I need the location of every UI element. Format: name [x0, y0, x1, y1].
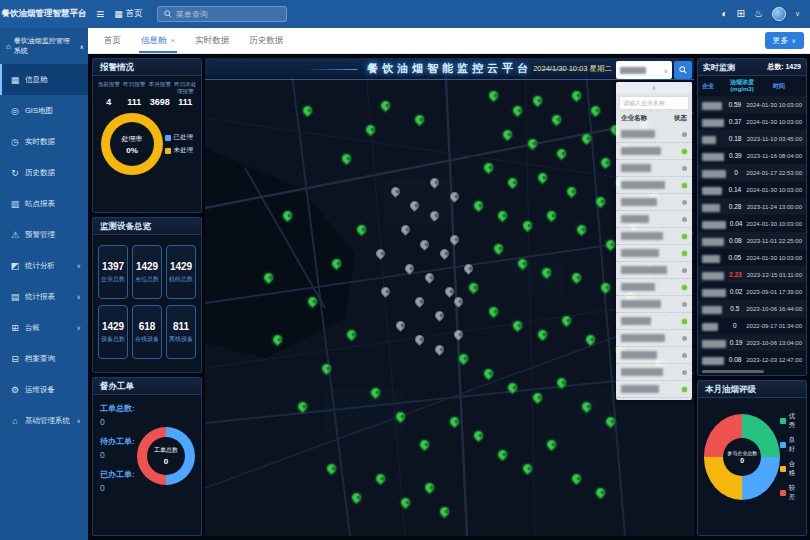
sidebar-item-7[interactable]: ◩统计分析∨	[0, 250, 88, 281]
tab-2[interactable]: 信息舱×	[131, 28, 185, 53]
nav-home[interactable]: ▦ 首页	[114, 8, 143, 20]
company-name-redacted	[621, 164, 651, 172]
menu-search-input[interactable]	[176, 10, 280, 19]
company-name-redacted	[702, 170, 726, 178]
home-icon: ⌂	[6, 42, 11, 51]
company-search-button[interactable]	[674, 61, 692, 79]
alarm-donut-label: 处理率	[122, 134, 143, 144]
alarm-panel-title: 报警情况	[93, 59, 201, 76]
company-list-item[interactable]	[616, 143, 692, 160]
chevron-up-icon: ∧	[80, 43, 84, 50]
company-list-item[interactable]	[616, 347, 692, 364]
status-dot	[682, 319, 687, 324]
company-list-item[interactable]	[616, 313, 692, 330]
realtime-row[interactable]: 0.042024-01-30 10:03:00	[698, 215, 806, 232]
more-button[interactable]: 更多 ∨	[765, 32, 804, 49]
company-list-item[interactable]	[616, 160, 692, 177]
legend-item: 优秀	[780, 412, 800, 430]
concentration-value: 0.19	[726, 339, 746, 346]
company-list-item[interactable]	[616, 296, 692, 313]
legend-item: 较差	[780, 484, 800, 502]
realtime-row[interactable]: 0.082023-11-01 22:25:00	[698, 232, 806, 249]
dropdown-collapse-button[interactable]: ∧	[616, 82, 692, 93]
sidebar-item-2[interactable]: ◎GIS地图	[0, 95, 88, 126]
sidebar-item-9[interactable]: ⊞台账∨	[0, 312, 88, 343]
sidebar-item-1[interactable]: ▦信息舱	[0, 64, 88, 95]
company-list-item[interactable]	[616, 245, 692, 262]
notification-icon[interactable]: ♨	[754, 9, 763, 19]
realtime-row[interactable]: 0.142024-01-30 10:03:00	[698, 181, 806, 198]
sidebar-item-4[interactable]: ↻历史数据	[0, 157, 88, 188]
reading-time: 2023-10-06 13:04:00	[746, 340, 802, 346]
menu-collapse-icon[interactable]: ≡	[96, 7, 104, 21]
apps-grid-icon[interactable]: ⊞	[737, 9, 745, 19]
workorder-stat-value: 0	[100, 450, 135, 460]
sidebar-item-label: 档案查询	[25, 354, 55, 364]
realtime-row[interactable]: 0.282023-11-24 13:00:00	[698, 198, 806, 215]
realtime-row[interactable]: 2.232023-12-15 01:11:00	[698, 266, 806, 283]
company-name-redacted	[621, 232, 663, 240]
company-list-item[interactable]	[616, 228, 692, 245]
company-list-item[interactable]	[616, 262, 692, 279]
rating-legend: 优秀良好合格较差	[780, 406, 800, 508]
company-select[interactable]: ∨	[616, 61, 672, 79]
company-list-item[interactable]	[616, 211, 692, 228]
sidebar-item-12[interactable]: ⌂基础管理系统∨	[0, 405, 88, 436]
status-dot	[682, 302, 687, 307]
realtime-row[interactable]: 0.52023-10-06 16:44:00	[698, 300, 806, 317]
sidebar-item-3[interactable]: ◷实时数据	[0, 126, 88, 157]
realtime-row[interactable]: 0.592024-01-30 10:03:00	[698, 96, 806, 113]
sidebar-item-5[interactable]: ▥站点报表	[0, 188, 88, 219]
company-list-item[interactable]	[616, 194, 692, 211]
realtime-row[interactable]: 02022-09-17 01:34:00	[698, 317, 806, 334]
gis-map-icon: ◎	[10, 106, 20, 116]
reading-time: 2023-09-01 17:39:00	[746, 289, 802, 295]
sidebar-item-8[interactable]: ▤统计报表∨	[0, 281, 88, 312]
realtime-row[interactable]: 0.022023-09-01 17:39:00	[698, 283, 806, 300]
tab-3[interactable]: 实时数据	[185, 28, 239, 53]
concentration-value: 0.08	[724, 237, 747, 244]
avatar[interactable]	[772, 7, 786, 21]
realtime-row[interactable]: 0.192023-10-06 13:04:00	[698, 334, 806, 351]
sidebar-item-6[interactable]: ⚠预警管理	[0, 219, 88, 250]
company-name-input[interactable]	[623, 100, 685, 106]
workorder-stat-label: 待办工单:	[100, 436, 135, 447]
realtime-panel: 实时监测 总数: 1429 企业 油烟浓度 (mg/m3) 时间 0.59202…	[697, 58, 807, 376]
alarm-stat: 本月报警3698	[147, 81, 173, 107]
realtime-row[interactable]: 0.182023-11-10 03:45:00	[698, 130, 806, 147]
company-name-cell	[702, 113, 724, 131]
company-name-redacted	[702, 221, 726, 229]
company-list-item[interactable]	[616, 330, 692, 347]
device-stats-grid: 1397企业总数1429点位总数1429机组总数1429设备总数618在线设备8…	[93, 235, 201, 369]
workorder-stat: 工单总数:0	[100, 403, 135, 427]
company-list-item[interactable]	[616, 381, 692, 398]
company-list-item[interactable]	[616, 364, 692, 381]
close-icon[interactable]: ×	[171, 36, 176, 45]
map[interactable]: 餐饮油烟智能监控云平台 2024/1/30 10:03 星期二 ∨ ∧	[205, 58, 694, 536]
alarm-stat-value: 111	[173, 97, 199, 107]
horizontal-scrollbar[interactable]	[702, 370, 764, 373]
realtime-row[interactable]: 02024-01-17 22:53:00	[698, 164, 806, 181]
company-name-redacted	[702, 272, 724, 280]
company-name-redacted	[621, 130, 655, 138]
company-list-item[interactable]	[616, 177, 692, 194]
realtime-row[interactable]: 0.392023-11-16 08:04:00	[698, 147, 806, 164]
concentration-value: 0.05	[723, 254, 746, 261]
sidebar-item-11[interactable]: ⚙运维设备	[0, 374, 88, 405]
status-dot	[682, 353, 687, 358]
header-icons: ◐⊞♨∨	[721, 7, 810, 21]
chevron-down-icon[interactable]: ∨	[795, 10, 800, 18]
sidebar-system-title[interactable]: ⌂ 餐饮油烟监控管理系统 ∧	[0, 28, 88, 64]
selected-company-redacted	[620, 67, 646, 74]
tab-1[interactable]: 首页	[94, 28, 131, 53]
tab-4[interactable]: 历史数据	[239, 28, 293, 53]
company-list-item[interactable]	[616, 126, 692, 143]
theme-icon[interactable]: ◐	[721, 9, 727, 19]
company-list-item[interactable]	[616, 279, 692, 296]
reading-time: 2024-01-30 10:03:00	[746, 102, 802, 108]
realtime-row[interactable]: 0.372024-01-30 10:03:00	[698, 113, 806, 130]
sidebar-item-10[interactable]: ⊟档案查询	[0, 343, 88, 374]
realtime-row[interactable]: 0.052024-01-30 10:03:00	[698, 249, 806, 266]
realtime-row[interactable]: 0.082023-12-03 12:47:00	[698, 351, 806, 368]
company-name-redacted	[621, 215, 649, 223]
